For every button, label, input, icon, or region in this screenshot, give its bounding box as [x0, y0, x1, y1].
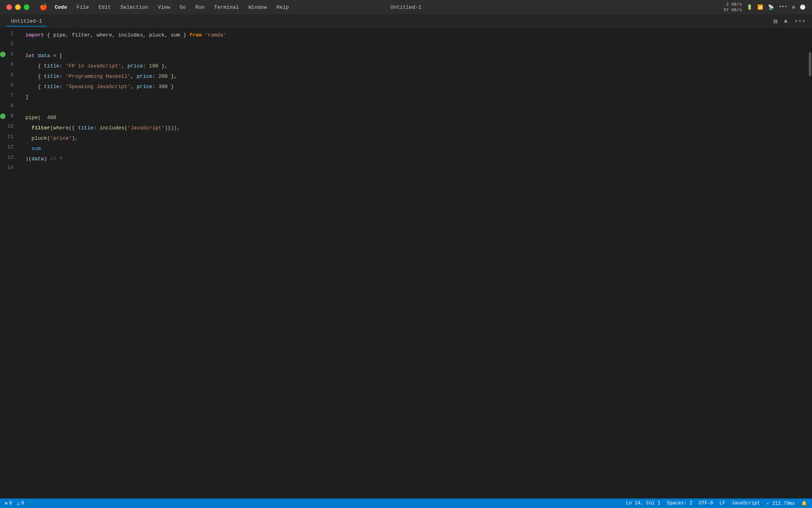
token: { pipe, filter, where,	[44, 32, 118, 38]
gutter-row-11: 11	[0, 132, 24, 142]
token: data	[32, 156, 44, 162]
token: // ?	[50, 156, 62, 162]
token: data	[38, 53, 50, 59]
token	[25, 146, 32, 152]
token: 'Speaking JavaScript'	[65, 84, 130, 90]
token: :	[143, 63, 149, 69]
token: )(	[25, 156, 32, 162]
token: ,	[121, 63, 128, 69]
token: from	[190, 32, 202, 38]
error-icon: ⊗	[5, 500, 8, 506]
token: (	[124, 125, 128, 131]
editor: 1234567891011121314 import { pipe, filte…	[0, 29, 812, 489]
code-line-13: )(data) // ?	[25, 154, 807, 164]
battery-icon: 🔋	[747, 4, 753, 10]
tabbar: Untitled-1 ⊟ ● •••	[0, 14, 812, 29]
scrollbar[interactable]	[807, 29, 812, 489]
minimize-button[interactable]	[15, 4, 21, 10]
network-stats: 2 KB/s57 KB/s	[724, 2, 742, 13]
line-number-11: 11	[0, 132, 20, 142]
warning-number: 0	[21, 500, 24, 506]
line-number-13: 13	[0, 152, 20, 163]
close-button[interactable]	[6, 4, 12, 10]
menu-selection[interactable]: Selection	[117, 4, 152, 11]
code-line-1: import { pipe, filter, where, includes, …	[25, 30, 807, 40]
token: :	[59, 63, 66, 69]
token: {	[25, 73, 44, 79]
indentation[interactable]: Spaces: 2	[667, 500, 693, 506]
menu-help[interactable]: Help	[272, 4, 293, 11]
line-number-4: 4	[0, 60, 20, 70]
line-number-10: 10	[0, 121, 20, 132]
token: , pluck, sum }	[143, 32, 189, 38]
editor-actions: ⊟ ● •••	[774, 17, 806, 25]
token: ,	[130, 73, 137, 79]
statusbar-left: ⊗ 0 △ 0	[5, 500, 24, 506]
token: price	[137, 73, 152, 79]
token: {	[25, 63, 44, 69]
token: )})),	[165, 125, 180, 131]
code-line-2	[25, 40, 807, 51]
encoding[interactable]: UTF-8	[699, 500, 713, 506]
menu-run[interactable]: Run	[192, 4, 209, 11]
maximize-button[interactable]	[24, 4, 29, 10]
eol[interactable]: LF	[720, 500, 725, 506]
tab-label: Untitled-1	[11, 18, 42, 24]
gutter-row-8: 8	[0, 101, 24, 111]
line-gutter: 1234567891011121314	[0, 29, 24, 489]
token: :	[152, 73, 159, 79]
tab-untitled[interactable]: Untitled-1	[6, 16, 47, 27]
menu-view[interactable]: View	[154, 4, 174, 11]
menu-edit[interactable]: Edit	[94, 4, 115, 11]
error-count[interactable]: ⊗ 0 △ 0	[5, 500, 24, 506]
token: let	[25, 53, 34, 59]
menu-code[interactable]: Code	[51, 4, 71, 11]
code-line-9: pipe( 400	[25, 113, 807, 123]
token: 'ramda'	[205, 32, 227, 38]
title-text: Untitled-1	[391, 4, 421, 10]
menu-terminal[interactable]: Terminal	[210, 4, 243, 11]
apple-icon: 🍎	[40, 3, 48, 11]
line-number-2: 2	[0, 39, 20, 49]
menu-file[interactable]: File	[73, 4, 93, 11]
notification-icon[interactable]: 🔔	[801, 500, 807, 506]
token: includes	[100, 125, 124, 131]
scrollbar-thumb[interactable]	[809, 52, 811, 76]
cursor-position[interactable]: Ln 14, Col 1	[626, 500, 660, 506]
code-area[interactable]: import { pipe, filter, where, includes, …	[24, 29, 807, 489]
token: 'price'	[50, 135, 72, 141]
token: 300	[159, 84, 168, 90]
code-line-7: ]	[25, 92, 807, 102]
menu-window[interactable]: Window	[245, 4, 271, 11]
line-number-1: 1	[0, 29, 20, 39]
more-actions-icon[interactable]: •••	[794, 18, 806, 25]
code-line-3: let data = [	[25, 51, 807, 61]
menubar: 🍎 Code File Edit Selection View Go Run T…	[40, 3, 293, 11]
dot-icon: ●	[783, 17, 788, 25]
code-line-5: { title: 'Programming Haskell', price: 2…	[25, 71, 807, 82]
gutter-row-13: 13	[0, 152, 24, 163]
token: title	[78, 125, 94, 131]
token: title	[44, 84, 59, 90]
menu-go[interactable]: Go	[176, 4, 190, 11]
line-number-14: 14	[0, 163, 20, 173]
token	[25, 135, 32, 141]
token: (	[38, 115, 47, 121]
code-line-6: { title: 'Speaking JavaScript', price: 3…	[25, 82, 807, 92]
breakpoint-9[interactable]	[0, 114, 6, 119]
token: 400	[47, 115, 56, 121]
split-editor-icon[interactable]: ⊟	[774, 17, 778, 25]
statusbar: ⊗ 0 △ 0 Ln 14, Col 1 Spaces: 2 UTF-8 LF …	[0, 498, 812, 508]
token: ),	[72, 135, 78, 141]
titlebar: 🍎 Code File Edit Selection View Go Run T…	[0, 0, 812, 14]
token: 200	[159, 73, 168, 79]
code-line-10: filter(where({ title: includes('JavaScri…	[25, 123, 807, 133]
gutter-row-2: 2	[0, 39, 24, 49]
gutter-row-14: 14	[0, 163, 24, 173]
breakpoint-3[interactable]	[0, 52, 6, 57]
window-title: Untitled-1	[391, 4, 421, 10]
code-line-12: sum	[25, 144, 807, 154]
token: 'JavaScript'	[128, 125, 165, 131]
language-mode[interactable]: JavaScript	[732, 500, 760, 506]
line-number-6: 6	[0, 80, 20, 90]
